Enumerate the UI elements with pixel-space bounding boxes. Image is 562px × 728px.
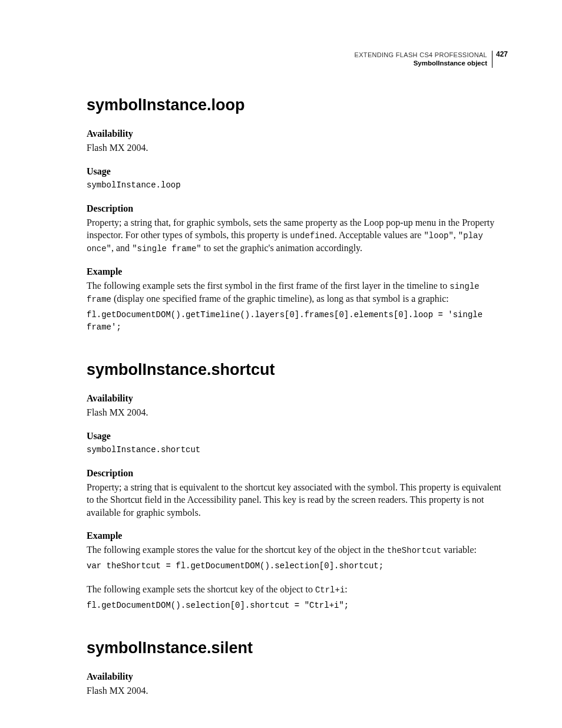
example-heading: Example [87, 531, 508, 541]
usage-block: Usage symbolInstance.shortcut [87, 431, 508, 456]
description-text: Property; a string that is equivalent to… [87, 481, 508, 519]
heading-loop: symbolInstance.loop [87, 96, 508, 114]
usage-code: symbolInstance.shortcut [87, 444, 508, 456]
availability-block: Availability Flash MX 2004. [87, 129, 508, 154]
page: EXTENDING FLASH CS4 PROFESSIONAL SymbolI… [0, 0, 562, 728]
ex-part: : [345, 584, 347, 594]
doc-title: EXTENDING FLASH CS4 PROFESSIONAL [355, 51, 487, 59]
example-text: The following example sets the first sym… [87, 279, 508, 305]
heading-shortcut: symbolInstance.shortcut [87, 361, 508, 379]
availability-heading: Availability [87, 671, 508, 682]
availability-text: Flash MX 2004. [87, 406, 508, 419]
example-text-1: The following example stores the value f… [87, 543, 508, 556]
availability-text: Flash MX 2004. [87, 141, 508, 154]
availability-block: Availability Flash MX 2004. [87, 671, 508, 697]
description-heading: Description [87, 468, 508, 479]
ex-part: The following example sets the first sym… [87, 281, 449, 291]
example-code-1: var theShortcut = fl.getDocumentDOM().se… [87, 560, 508, 572]
usage-heading: Usage [87, 431, 508, 442]
desc-part: . Acceptable values are [335, 230, 424, 240]
ex-part: (display one specified frame of the grap… [111, 294, 449, 304]
ex-part: The following example stores the value f… [87, 545, 387, 555]
example-text-2: The following example sets the shortcut … [87, 583, 508, 596]
example-code: fl.getDocumentDOM().getTimeline().layers… [87, 309, 508, 334]
usage-code: symbolInstance.loop [87, 179, 508, 192]
page-header: EXTENDING FLASH CS4 PROFESSIONAL SymbolI… [87, 51, 508, 68]
desc-part: , and [111, 243, 132, 253]
description-block: Description Property; a string that is e… [87, 468, 508, 519]
desc-part: to set the graphic's animation according… [201, 243, 362, 253]
usage-block: Usage symbolInstance.loop [87, 166, 508, 192]
example-block: Example The following example stores the… [87, 531, 508, 612]
heading-silent: symbolInstance.silent [87, 639, 508, 657]
header-text-block: EXTENDING FLASH CS4 PROFESSIONAL SymbolI… [355, 51, 492, 68]
code-inline: Ctrl+i [315, 585, 345, 595]
example-heading: Example [87, 266, 508, 277]
code-inline: "single frame" [132, 244, 201, 253]
availability-heading: Availability [87, 393, 508, 404]
section-loop: symbolInstance.loop Availability Flash M… [87, 96, 508, 334]
ex-part: The following example sets the shortcut … [87, 584, 315, 594]
code-inline: theShortcut [387, 546, 441, 555]
section-silent: symbolInstance.silent Availability Flash… [87, 639, 508, 697]
description-text: Property; a string that, for graphic sym… [87, 216, 508, 255]
example-block: Example The following example sets the f… [87, 266, 508, 334]
section-shortcut: symbolInstance.shortcut Availability Fla… [87, 361, 508, 612]
availability-heading: Availability [87, 129, 508, 139]
availability-text: Flash MX 2004. [87, 684, 508, 697]
description-heading: Description [87, 203, 508, 214]
code-inline: "loop" [424, 231, 453, 241]
availability-block: Availability Flash MX 2004. [87, 393, 508, 419]
code-inline: undefined [290, 231, 335, 241]
ex-part: variable: [441, 545, 477, 555]
page-number: 427 [492, 51, 508, 58]
description-block: Description Property; a string that, for… [87, 203, 508, 255]
example-code-2: fl.getDocumentDOM().selection[0].shortcu… [87, 599, 508, 612]
section-title: SymbolInstance object [355, 59, 487, 68]
usage-heading: Usage [87, 166, 508, 177]
desc-part: , [454, 230, 458, 240]
